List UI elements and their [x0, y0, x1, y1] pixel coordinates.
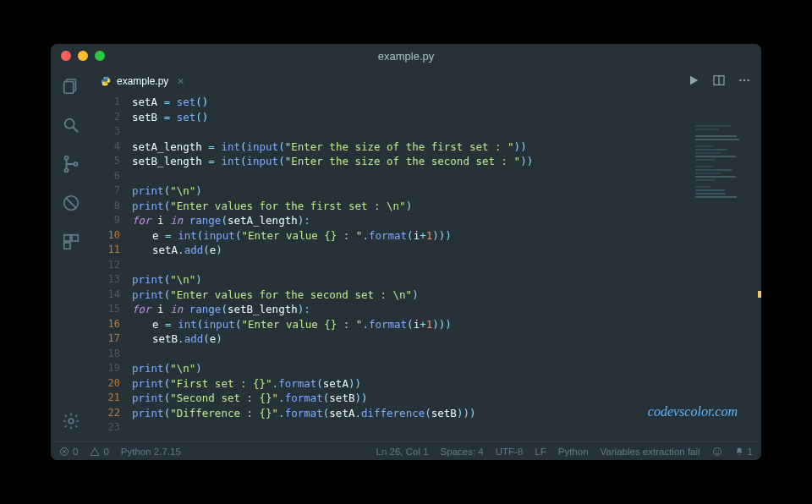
svg-point-13: [107, 84, 107, 85]
line-number: 3: [91, 124, 120, 140]
text-editor[interactable]: 1234567891011121314151617181920212223 se…: [91, 95, 761, 441]
svg-line-3: [74, 128, 79, 133]
status-indentation[interactable]: Spaces: 4: [441, 446, 484, 457]
line-number: 16: [91, 317, 120, 332]
svg-point-6: [74, 162, 77, 166]
svg-rect-1: [64, 82, 74, 94]
close-window-button[interactable]: [61, 51, 71, 61]
activity-bar: [51, 68, 91, 441]
code-line[interactable]: print("Enter values for the first set : …: [132, 199, 761, 214]
line-number: 19: [91, 361, 120, 376]
python-file-icon: [100, 75, 112, 87]
source-control-icon[interactable]: [59, 152, 83, 176]
svg-point-11: [69, 419, 74, 424]
code-line[interactable]: print("Enter values for the second set :…: [132, 288, 761, 303]
line-number: 2: [91, 110, 120, 125]
tab-bar: example.py ×: [91, 68, 761, 95]
line-number: 14: [91, 288, 120, 303]
editor-actions: [687, 68, 761, 95]
code-line[interactable]: [132, 258, 761, 273]
line-number: 6: [91, 169, 120, 184]
svg-point-17: [743, 79, 745, 80]
status-warnings[interactable]: 0: [90, 446, 108, 457]
svg-point-2: [65, 119, 74, 129]
code-line[interactable]: [132, 124, 761, 140]
code-line[interactable]: [132, 420, 761, 436]
code-line[interactable]: setB_length = int(input("Enter the size …: [132, 154, 761, 169]
status-notifications-count: 1: [748, 446, 753, 457]
code-line[interactable]: [132, 347, 761, 362]
editor-body: example.py × 123456789101112131415161718…: [51, 68, 761, 441]
code-line[interactable]: setA_length = int(input("Enter the size …: [132, 140, 761, 155]
status-message[interactable]: Variables extraction fail: [601, 446, 700, 457]
line-number: 8: [91, 199, 120, 214]
code-line[interactable]: print("Difference : {}".format(setA.diff…: [132, 406, 761, 421]
svg-rect-10: [64, 243, 70, 249]
code-line[interactable]: print("\n"): [132, 361, 761, 376]
code-line[interactable]: print("First set : {}".format(setA)): [132, 376, 761, 392]
status-notifications[interactable]: 1: [734, 446, 753, 457]
status-warnings-count: 0: [103, 446, 108, 457]
line-number: 5: [91, 154, 120, 169]
zoom-window-button[interactable]: [95, 51, 105, 61]
svg-point-5: [64, 168, 68, 172]
svg-point-21: [715, 450, 716, 451]
files-icon[interactable]: [59, 74, 83, 98]
code-content[interactable]: setA = set()setB = set()setA_length = in…: [132, 95, 761, 441]
bell-icon: [734, 446, 744, 457]
line-number: 9: [91, 213, 120, 228]
status-errors[interactable]: 0: [59, 446, 78, 457]
svg-point-4: [64, 156, 68, 160]
split-editor-icon[interactable]: [712, 74, 726, 90]
error-icon: [59, 446, 69, 457]
line-number: 4: [91, 140, 120, 155]
status-encoding[interactable]: UTF-8: [496, 446, 524, 457]
warning-icon: [90, 446, 100, 457]
status-bar: 0 0 Python 2.7.15 Ln 26, Col 1 Spaces: 4…: [51, 441, 761, 460]
more-actions-icon[interactable]: [738, 74, 751, 90]
code-line[interactable]: print("\n"): [132, 272, 761, 288]
status-python-version[interactable]: Python 2.7.15: [121, 446, 181, 457]
status-eol[interactable]: LF: [535, 446, 546, 457]
code-line[interactable]: e = int(input("Enter value {} : ".format…: [132, 317, 761, 332]
status-feedback[interactable]: [712, 446, 722, 457]
line-number: 21: [91, 391, 120, 406]
editor-window: example.py: [51, 44, 761, 460]
code-line[interactable]: print("Second set : {}".format(setB)): [132, 391, 761, 406]
titlebar: example.py: [51, 44, 761, 68]
run-icon[interactable]: [687, 74, 700, 90]
window-title: example.py: [51, 50, 761, 63]
svg-point-12: [104, 78, 105, 79]
line-number: 1: [91, 95, 120, 110]
code-line[interactable]: print("\n"): [132, 184, 761, 199]
status-language-mode[interactable]: Python: [558, 446, 589, 457]
debug-icon[interactable]: [59, 191, 83, 215]
code-line[interactable]: setB.add(e): [132, 331, 761, 347]
status-errors-count: 0: [73, 446, 78, 457]
search-icon[interactable]: [59, 113, 83, 137]
line-number: 11: [91, 243, 120, 258]
line-number: 22: [91, 406, 120, 421]
status-cursor-position[interactable]: Ln 26, Col 1: [376, 446, 429, 457]
code-line[interactable]: for i in range(setB_length):: [132, 302, 761, 317]
extensions-icon[interactable]: [59, 230, 83, 254]
line-number: 17: [91, 331, 120, 347]
code-line[interactable]: for i in range(setA_length):: [132, 213, 761, 228]
tab-example-py[interactable]: example.py ×: [91, 68, 193, 95]
code-line[interactable]: setB = set(): [132, 110, 761, 125]
close-tab-icon[interactable]: ×: [177, 74, 184, 88]
code-line[interactable]: setA = set(): [132, 95, 761, 110]
traffic-lights: [61, 51, 105, 61]
code-line[interactable]: [132, 169, 761, 184]
main-pane: example.py × 123456789101112131415161718…: [91, 68, 761, 441]
minimize-window-button[interactable]: [78, 51, 88, 61]
line-number: 20: [91, 376, 120, 392]
svg-point-16: [739, 79, 741, 80]
settings-gear-icon[interactable]: [59, 409, 83, 433]
svg-rect-8: [64, 235, 70, 241]
line-number: 23: [91, 420, 120, 436]
svg-point-20: [713, 447, 721, 455]
minimap[interactable]: [695, 125, 754, 201]
code-line[interactable]: e = int(input("Enter value {} : ".format…: [132, 228, 761, 244]
code-line[interactable]: setA.add(e): [132, 243, 761, 258]
